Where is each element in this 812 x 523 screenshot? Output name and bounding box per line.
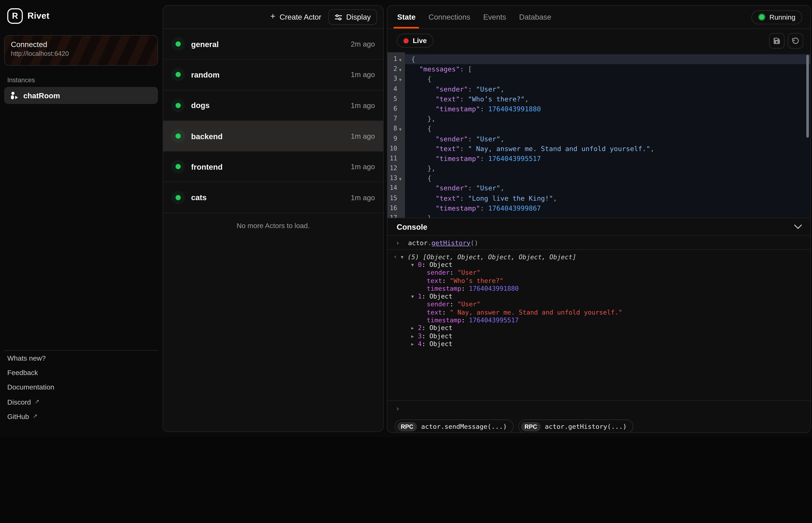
- code-line-2[interactable]: 2▼ "messages": [: [387, 64, 810, 74]
- revert-button[interactable]: [788, 33, 803, 48]
- tab-database[interactable]: Database: [519, 6, 551, 29]
- sidebar: R Rivet Connected http://localhost:6420 …: [0, 0, 162, 437]
- save-button[interactable]: [769, 33, 784, 48]
- actor-updated-time: 1m ago: [351, 71, 375, 79]
- code-line-15[interactable]: 15 "text": "Long live the King!",: [387, 193, 810, 203]
- code-line-17[interactable]: 17 }: [387, 213, 810, 218]
- expand-triangle-icon[interactable]: ▼: [401, 254, 408, 259]
- code-line-4[interactable]: 4 "sender": "User",: [387, 84, 810, 94]
- tab-state[interactable]: State: [397, 6, 416, 29]
- sidebar-link-label: Discord: [7, 398, 31, 406]
- display-button[interactable]: Display: [329, 9, 377, 25]
- code-line-1[interactable]: 1▼{: [387, 54, 810, 64]
- sidebar-link-discord[interactable]: Discord↗: [4, 395, 158, 410]
- code-line-6[interactable]: 6 "timestamp": 1764043991880: [387, 104, 810, 114]
- actor-row-cats[interactable]: cats1m ago: [163, 182, 383, 213]
- code-line-7[interactable]: 7 },: [387, 114, 810, 124]
- console-row-10[interactable]: ▶3: Object: [387, 332, 810, 340]
- code-line-8[interactable]: 8▼ {: [387, 124, 810, 134]
- fold-chevron-icon[interactable]: ▼: [397, 55, 403, 65]
- rivet-logo-icon: R: [7, 8, 23, 24]
- array-summary: (5) [Object, Object, Object, Object, Obj…: [408, 253, 576, 260]
- state-json-editor[interactable]: 1▼{2▼ "messages": [3▼ {4 "sender": "User…: [387, 52, 810, 218]
- expand-triangle-icon[interactable]: ▶: [411, 326, 418, 331]
- code-line-13[interactable]: 13▼ {: [387, 174, 810, 183]
- sidebar-footer: Whats new?FeedbackDocumentationDiscord↗G…: [4, 350, 158, 424]
- line-number: 6: [387, 104, 397, 114]
- console-input-row[interactable]: ›: [387, 400, 810, 416]
- actor-row-frontend[interactable]: frontend1m ago: [163, 152, 383, 182]
- code-line-3[interactable]: 3▼ {: [387, 74, 810, 84]
- console-row-9[interactable]: ▶2: Object: [387, 324, 810, 332]
- console-row-11[interactable]: ▶4: Object: [387, 340, 810, 348]
- rpc-chip-1[interactable]: RPCactor.getHistory(...): [518, 419, 634, 433]
- return-value-icon: ‹: [387, 254, 401, 260]
- chevron-down-icon[interactable]: [794, 224, 802, 229]
- status-dot-icon: [176, 133, 181, 139]
- actor-updated-time: 1m ago: [351, 163, 375, 171]
- code-line-16[interactable]: 16 "timestamp": 1764043999867: [387, 203, 810, 213]
- app-root: R Rivet Connected http://localhost:6420 …: [0, 0, 812, 437]
- expand-triangle-icon[interactable]: ▼: [411, 294, 418, 299]
- actor-row-backend[interactable]: backend1m ago: [163, 121, 383, 152]
- code-line-10[interactable]: 10 "text": " Nay, answer me. Stand and u…: [387, 144, 810, 154]
- console-row-8[interactable]: timestamp: 1764043995517: [387, 316, 810, 324]
- editor-scrollbar[interactable]: [806, 55, 809, 138]
- console-row-2[interactable]: sender: "User": [387, 269, 810, 277]
- expand-triangle-icon[interactable]: ▶: [411, 333, 418, 339]
- console-row-3[interactable]: text: "Who’s there?": [387, 277, 810, 285]
- rpc-chip-0[interactable]: RPCactor.sendMessage(...): [395, 419, 514, 433]
- gutter-cell: 6: [387, 104, 405, 114]
- actor-name: frontend: [191, 162, 223, 171]
- code-line-12[interactable]: 12 },: [387, 163, 810, 174]
- console-row-5[interactable]: ▼1: Object: [387, 292, 810, 301]
- fold-chevron-icon[interactable]: ▼: [397, 65, 403, 75]
- actor-name: random: [191, 70, 220, 79]
- console-header[interactable]: Console: [387, 218, 810, 235]
- gutter-cell: 14: [387, 183, 405, 193]
- code-text: "timestamp": 1764043999867: [405, 203, 541, 213]
- actor-row-dogs[interactable]: dogs1m ago: [163, 90, 383, 121]
- fold-chevron-icon[interactable]: ▼: [397, 174, 403, 184]
- tab-events[interactable]: Events: [483, 6, 506, 29]
- console-row-0[interactable]: ‹▼(5) [Object, Object, Object, Object, O…: [387, 253, 810, 261]
- sidebar-link-documentation[interactable]: Documentation: [4, 380, 158, 395]
- rpc-badge: RPC: [521, 422, 541, 431]
- console-row-7[interactable]: text: " Nay, answer me. Stand and unfold…: [387, 308, 810, 316]
- tab-connections[interactable]: Connections: [429, 6, 470, 29]
- sidebar-item-chatroom[interactable]: chatRoom: [4, 87, 158, 104]
- actor-row-random[interactable]: random1m ago: [163, 60, 383, 90]
- console-row-6[interactable]: sender: "User": [387, 301, 810, 308]
- connection-card[interactable]: Connected http://localhost:6420: [4, 35, 158, 66]
- fold-chevron-icon[interactable]: ▼: [397, 75, 403, 85]
- fold-chevron-icon[interactable]: ▼: [397, 125, 403, 134]
- line-number: 2: [387, 64, 397, 74]
- status-dot-icon: [176, 41, 181, 47]
- expand-triangle-icon[interactable]: ▶: [411, 341, 418, 346]
- code-line-5[interactable]: 5 "text": "Who’s there?",: [387, 94, 810, 104]
- code-text: {: [405, 54, 415, 64]
- sidebar-link-whatsnew[interactable]: Whats new?: [4, 351, 158, 365]
- instance-name: chatRoom: [23, 91, 60, 100]
- code-line-14[interactable]: 14 "sender": "User",: [387, 183, 810, 193]
- actor-updated-time: 1m ago: [351, 193, 375, 201]
- rpc-suggestions: RPCactor.sendMessage(...)RPCactor.getHis…: [387, 416, 810, 433]
- status-dot-halo: [171, 191, 185, 204]
- code-line-11[interactable]: 11 "timestamp": 1764043995517: [387, 154, 810, 163]
- gutter-cell: 7: [387, 114, 405, 124]
- sidebar-link-github[interactable]: GitHub↗: [4, 410, 158, 424]
- line-number: 17: [387, 213, 397, 218]
- live-toggle[interactable]: Live: [397, 34, 433, 48]
- create-actor-button[interactable]: + Create Actor: [270, 12, 321, 22]
- code-text: "text": "Long live the King!",: [405, 193, 557, 203]
- console-row-4[interactable]: timestamp: 1764043991880: [387, 285, 810, 292]
- console-output[interactable]: ‹▼(5) [Object, Object, Object, Object, O…: [387, 249, 810, 400]
- prompt-icon: ›: [387, 239, 408, 247]
- code-line-9[interactable]: 9 "sender": "User",: [387, 134, 810, 144]
- console-row-1[interactable]: ▼0: Object: [387, 261, 810, 269]
- actor-row-general[interactable]: general2m ago: [163, 29, 383, 60]
- sidebar-link-label: Documentation: [7, 383, 54, 391]
- expand-triangle-icon[interactable]: ▼: [411, 262, 418, 268]
- sidebar-link-feedback[interactable]: Feedback: [4, 365, 158, 380]
- actor-name: general: [191, 40, 219, 48]
